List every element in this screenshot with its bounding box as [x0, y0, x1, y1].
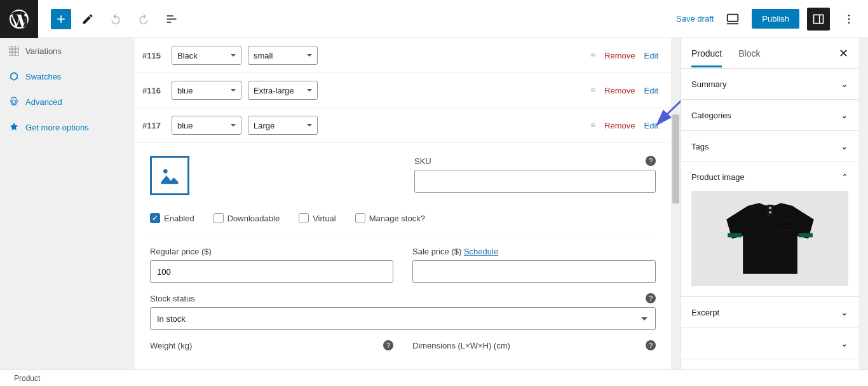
editor-canvas: #115 Black small ≡ Remove Edit #116 blue… — [135, 38, 681, 369]
sidebar-item-swatches[interactable]: Swatches — [0, 64, 135, 89]
variation-attr2-select[interactable]: small — [248, 46, 318, 65]
publish-button[interactable]: Publish — [752, 9, 799, 29]
remove-variation-link[interactable]: Remove — [604, 86, 635, 95]
remove-variation-link[interactable]: Remove — [604, 51, 635, 60]
virtual-checkbox[interactable]: Virtual — [299, 213, 336, 223]
preview-button[interactable] — [721, 8, 744, 31]
variation-id: #117 — [142, 121, 165, 130]
manage-stock-checkbox[interactable]: Manage stock? — [355, 213, 425, 223]
sidebar-icon — [812, 13, 825, 25]
schedule-link[interactable]: Schedule — [464, 247, 498, 256]
drag-handle-icon[interactable]: ≡ — [590, 120, 595, 130]
variation-row: #116 blue Extra-large ≡ Remove Edit — [135, 73, 671, 108]
sidebar-item-variations[interactable]: Variations — [0, 38, 135, 64]
edit-variation-link[interactable]: Edit — [644, 121, 658, 130]
overview-icon — [165, 13, 178, 25]
help-icon[interactable]: ? — [646, 293, 656, 303]
panel-collapsed[interactable]: ⌄ — [681, 328, 858, 359]
undo-icon — [109, 13, 122, 25]
variation-id: #115 — [142, 51, 165, 60]
dimensions-label: Dimensions (L×W×H) (cm) — [412, 341, 510, 350]
redo-icon — [137, 13, 150, 25]
sale-price-input[interactable] — [412, 260, 656, 283]
panel-summary[interactable]: Summary ⌄ — [681, 69, 858, 100]
sku-input[interactable] — [414, 170, 656, 193]
more-options-button[interactable] — [837, 8, 860, 31]
svg-rect-0 — [728, 14, 738, 21]
variation-image-upload[interactable] — [150, 156, 189, 195]
variation-attr2-select[interactable]: Extra-large — [248, 81, 318, 100]
sidebar-item-advanced[interactable]: Advanced — [0, 89, 135, 114]
drag-handle-icon[interactable]: ≡ — [590, 85, 595, 95]
sidebar-item-more-options[interactable]: Get more options — [0, 114, 135, 140]
svg-rect-9 — [767, 205, 773, 216]
stock-status-select[interactable]: In stock — [150, 307, 656, 330]
save-draft-link[interactable]: Save draft — [676, 14, 714, 24]
tab-block[interactable]: Block — [738, 39, 760, 67]
sidebar-label: Variations — [25, 46, 62, 56]
help-icon[interactable]: ? — [646, 340, 656, 350]
device-icon — [726, 12, 740, 26]
help-icon[interactable]: ? — [646, 156, 656, 166]
chevron-up-icon[interactable]: ⌃ — [841, 172, 848, 182]
sidebar-label: Advanced — [25, 97, 62, 107]
drag-handle-icon[interactable]: ≡ — [590, 50, 595, 60]
variation-attr1-select[interactable]: blue — [172, 81, 241, 100]
svg-point-6 — [163, 169, 168, 174]
variation-attr1-select[interactable]: Black — [172, 46, 241, 65]
add-block-button[interactable] — [51, 9, 71, 29]
sidebar-label: Swatches — [25, 72, 61, 81]
checkbox-icon — [299, 213, 309, 223]
scrollbar-thumb[interactable] — [672, 114, 679, 203]
editor-footer: Product — [0, 369, 868, 386]
chevron-down-icon: ⌄ — [841, 79, 848, 89]
outer-scrollbar[interactable] — [858, 38, 868, 369]
settings-sidebar: Product Block ✕ Summary ⌄ Categories ⌄ T… — [681, 38, 858, 369]
stock-status-label: Stock status — [150, 294, 195, 303]
kebab-icon — [843, 13, 855, 25]
panel-product-image: Product image ⌃ — [681, 162, 858, 297]
scrollbar[interactable] — [671, 38, 681, 369]
regular-price-input[interactable] — [150, 260, 393, 283]
undo-button[interactable] — [104, 8, 127, 31]
redo-button[interactable] — [132, 8, 155, 31]
enabled-checkbox[interactable]: Enabled — [150, 213, 194, 223]
downloadable-checkbox[interactable]: Downloadable — [214, 213, 280, 223]
regular-price-label: Regular price ($) — [150, 247, 212, 256]
remove-variation-link[interactable]: Remove — [604, 121, 635, 130]
help-icon[interactable]: ? — [383, 340, 393, 350]
variation-attr2-select[interactable]: Large — [248, 116, 318, 135]
edit-variation-link[interactable]: Edit — [644, 51, 658, 60]
tab-product[interactable]: Product — [691, 39, 722, 67]
shirt-image-icon — [713, 200, 827, 277]
svg-rect-1 — [814, 15, 824, 23]
checkbox-icon — [355, 213, 365, 223]
document-overview-button[interactable] — [160, 8, 183, 31]
chevron-down-icon: ⌄ — [841, 307, 848, 317]
panel-excerpt[interactable]: Excerpt ⌄ — [681, 297, 858, 328]
edit-variation-link[interactable]: Edit — [644, 86, 658, 95]
variation-attr1-select[interactable]: blue — [172, 116, 241, 135]
gear-icon — [9, 97, 19, 107]
panel-categories[interactable]: Categories ⌄ — [681, 100, 858, 131]
table-icon — [9, 46, 19, 56]
svg-point-3 — [848, 18, 850, 20]
pencil-icon — [81, 13, 94, 25]
weight-label: Weight (kg) — [150, 341, 192, 350]
breadcrumb[interactable]: Product — [14, 374, 40, 383]
product-image-thumbnail[interactable] — [691, 191, 848, 286]
sale-price-label: Sale price ($) — [412, 247, 461, 256]
close-sidebar-button[interactable]: ✕ — [839, 46, 848, 60]
chevron-down-icon: ⌄ — [841, 338, 848, 348]
star-icon — [9, 122, 19, 132]
panel-tags[interactable]: Tags ⌄ — [681, 131, 858, 162]
wordpress-logo[interactable] — [0, 0, 38, 38]
settings-sidebar-toggle[interactable] — [807, 8, 830, 31]
variation-options-row: Enabled Downloadable Virtual Manage — [150, 205, 656, 235]
sidebar-label: Get more options — [25, 123, 89, 132]
svg-point-10 — [769, 207, 771, 209]
settings-tabs: Product Block ✕ — [681, 38, 858, 69]
sku-label: SKU — [414, 156, 431, 166]
svg-rect-7 — [728, 233, 742, 237]
edit-mode-button[interactable] — [76, 8, 99, 31]
